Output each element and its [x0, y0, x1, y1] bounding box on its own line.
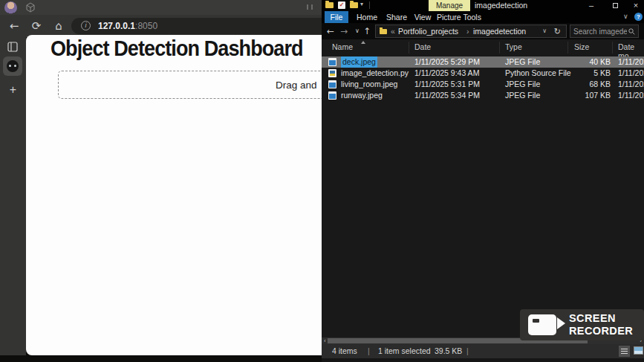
file-row[interactable]: deck.jpeg 1/11/2025 5:29 PM JPEG File 40…: [322, 56, 644, 68]
browser-navbar: ← ⟳ ⌂ i 127.0.0.1:8050: [0, 15, 322, 37]
explorer-window: ✓ ▾ Manage imagedetection – × File Home …: [322, 0, 644, 362]
file-type-icon: [328, 80, 336, 88]
close-button[interactable]: ×: [628, 0, 644, 11]
site-info-icon[interactable]: i: [81, 21, 91, 30]
explorer-up-icon[interactable]: ↑: [361, 23, 373, 39]
file-row[interactable]: runway.jpeg 1/11/2025 5:34 PM JPEG File …: [322, 90, 644, 101]
column-separator: [499, 42, 500, 54]
ribbon-tab-manage[interactable]: Manage: [429, 0, 470, 11]
home-icon[interactable]: ⌂: [51, 15, 67, 37]
status-divider: |: [466, 344, 469, 358]
quick-access-folder-icon[interactable]: [325, 2, 334, 8]
explorer-titlebar: ✓ ▾ Manage imagedetection – ×: [322, 0, 644, 11]
file-modified: 1/11/202: [618, 56, 644, 68]
ribbon-tab-view[interactable]: View: [411, 11, 435, 23]
column-separator: [612, 42, 613, 54]
explorer-search-box[interactable]: [570, 25, 639, 38]
page-title: Object Detection Dashboard: [51, 36, 303, 61]
selection-size: 39.5 KB: [435, 344, 462, 358]
search-input[interactable]: [573, 26, 627, 36]
quick-access-caret-icon[interactable]: ▾: [360, 1, 363, 7]
ribbon-tab-file[interactable]: File: [325, 11, 348, 23]
explorer-refresh-icon[interactable]: ↻: [554, 25, 561, 37]
explorer-statusbar: 4 items | 1 item selected 39.5 KB |: [322, 344, 644, 358]
titlebar-mini-icon: [307, 4, 313, 10]
watermark-line1: SCREEN: [569, 312, 633, 325]
file-list: Name Date Type Size Date mo deck.jpeg 1/…: [322, 39, 644, 337]
file-date: 1/11/2025 9:43 AM: [414, 68, 479, 79]
browser-titlebar: [0, 0, 322, 15]
minimize-button[interactable]: –: [583, 0, 599, 11]
explorer-back-icon[interactable]: ←: [325, 23, 336, 39]
profile-avatar[interactable]: [4, 1, 17, 14]
browser-window: ← ⟳ ⌂ i 127.0.0.1:8050 + Object Detectio…: [0, 0, 322, 362]
explorer-address-bar[interactable]: « Portfolio_projects › imagedetection ∨ …: [375, 25, 567, 38]
explorer-forward-icon[interactable]: →: [338, 23, 350, 39]
file-modified: 1/11/202: [618, 68, 644, 79]
quick-access-newfolder-icon[interactable]: [350, 2, 358, 8]
url-port: :8050: [135, 21, 157, 31]
dash-app-favicon: [7, 60, 19, 72]
column-header-type[interactable]: Type: [505, 42, 522, 51]
file-name: runway.jpeg: [341, 90, 383, 101]
file-size: 40 KB: [544, 56, 611, 68]
refresh-icon[interactable]: ⟳: [28, 15, 45, 37]
sort-ascending-icon: [361, 41, 365, 44]
new-tab-button[interactable]: +: [0, 82, 26, 98]
column-separator: [567, 42, 568, 54]
explorer-window-title: imagedetection: [475, 0, 527, 11]
upload-dropzone[interactable]: Drag and: [58, 71, 322, 99]
ribbon-tab-home[interactable]: Home: [354, 11, 380, 23]
breadcrumb-separator: ›: [466, 25, 469, 37]
vertical-tabs-icon[interactable]: [7, 41, 19, 53]
items-count: 4 items: [332, 344, 357, 358]
quick-access-separator: [369, 1, 370, 9]
column-header-size[interactable]: Size: [574, 42, 589, 51]
column-separator: [409, 42, 409, 54]
file-size: 107 KB: [544, 90, 611, 101]
address-dropdown-icon[interactable]: ∨: [542, 25, 547, 37]
maximize-icon: [613, 3, 618, 8]
search-icon: [628, 28, 635, 35]
maximize-button[interactable]: [607, 0, 623, 11]
scroll-left-icon[interactable]: ‹: [324, 337, 326, 344]
column-header-date[interactable]: Date: [414, 42, 431, 51]
help-icon[interactable]: ?: [634, 13, 643, 21]
file-modified: 1/11/202: [618, 90, 644, 101]
ribbon-collapse-icon[interactable]: ∨: [623, 13, 628, 20]
file-date: 1/11/2025 5:31 PM: [414, 79, 480, 90]
ribbon-tab-share[interactable]: Share: [384, 11, 409, 23]
thumbnails-view-toggle[interactable]: [634, 346, 643, 355]
extension-cube-icon[interactable]: [25, 2, 36, 13]
breadcrumb-current[interactable]: imagedetection: [473, 25, 526, 37]
file-modified: 1/11/202: [618, 79, 644, 90]
screenshot-root: ← ⟳ ⌂ i 127.0.0.1:8050 + Object Detectio…: [0, 0, 644, 362]
explorer-bottom-edge: [322, 358, 644, 362]
ribbon-tab-picture-tools[interactable]: Picture Tools: [436, 11, 482, 23]
file-row[interactable]: image_detection.py 1/11/2025 9:43 AM Pyt…: [322, 68, 644, 79]
url-host: 127.0.0.1: [98, 21, 135, 31]
breadcrumb-root[interactable]: Portfolio_projects: [398, 25, 458, 37]
file-type-icon: [328, 91, 336, 100]
back-icon[interactable]: ←: [6, 15, 22, 37]
dashboard-page: Object Detection Dashboard Drag and: [26, 35, 322, 355]
url-text: 127.0.0.1:8050: [98, 18, 157, 34]
details-view-toggle[interactable]: [619, 346, 630, 357]
watermark-text: SCREEN RECORDER: [569, 312, 633, 337]
file-type: JPEG File: [505, 90, 540, 101]
address-bar[interactable]: i 127.0.0.1:8050: [71, 18, 322, 34]
active-tab[interactable]: [3, 56, 22, 76]
breadcrumb-folder-icon: [380, 29, 387, 34]
vertical-tabstrip: +: [0, 37, 26, 355]
video-camera-lens-icon: [557, 317, 565, 329]
screen-recorder-watermark: SCREEN RECORDER: [520, 309, 644, 340]
video-camera-icon: [528, 314, 556, 335]
file-name: deck.jpeg: [341, 56, 377, 68]
breadcrumb-collapsed[interactable]: «: [391, 25, 395, 37]
file-row[interactable]: living_room.jpeg 1/11/2025 5:31 PM JPEG …: [322, 79, 644, 90]
browser-bottom-edge: [0, 355, 322, 362]
quick-access-properties-icon[interactable]: ✓: [338, 1, 345, 9]
column-header-name[interactable]: Name: [332, 42, 353, 51]
selection-count: 1 item selected: [378, 344, 431, 358]
file-name: image_detection.py: [341, 68, 409, 79]
